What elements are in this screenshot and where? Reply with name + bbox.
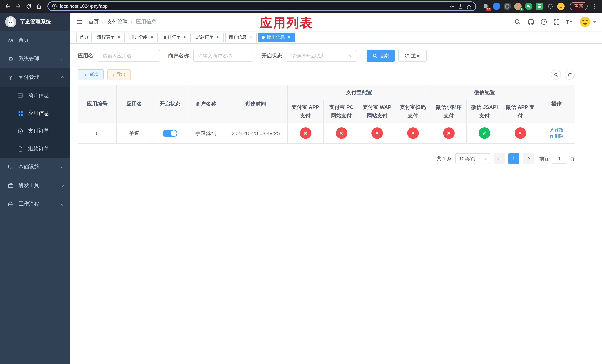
close-icon[interactable] [182, 35, 187, 40]
alipay-qr-status: × [407, 127, 419, 139]
prev-page-button[interactable] [494, 153, 505, 164]
col-app-name: 应用名 [117, 85, 152, 123]
reset-button[interactable]: 重置 [398, 50, 427, 62]
tab-app-info[interactable]: 应用信息 [258, 32, 295, 42]
sidebar-subitem-refund-order[interactable]: 退款订单 [0, 140, 70, 158]
sidebar-subitem-merchant-info[interactable]: 商户信息 [0, 87, 70, 104]
extension-blue-icon[interactable] [493, 3, 500, 10]
browser-update-button[interactable]: 更新 [570, 2, 588, 10]
tab-home[interactable]: 首页 [76, 32, 92, 42]
next-page-button[interactable] [523, 153, 534, 164]
github-icon[interactable] [527, 18, 534, 25]
edit-link[interactable]: 修改 [549, 127, 563, 133]
url-text[interactable]: localhost:1024/pay/app [60, 4, 447, 9]
order-icon: ¥ [17, 128, 24, 134]
password-key-icon[interactable] [450, 3, 455, 9]
close-icon[interactable] [149, 35, 154, 40]
chevron-down-icon [593, 21, 596, 23]
status-select[interactable]: 请选择开启状态 [287, 50, 357, 62]
back-arrow-icon [5, 3, 11, 9]
browser-menu-button[interactable]: ⋮ [591, 3, 599, 10]
search-button[interactable]: 搜索 [366, 50, 395, 62]
goto-page-input[interactable] [552, 154, 567, 164]
update-label: 更新 [574, 3, 583, 10]
browser-forward-button[interactable] [13, 1, 23, 11]
bookmark-star-icon[interactable] [466, 3, 472, 9]
close-icon[interactable] [248, 35, 253, 40]
tab-merchant-info[interactable]: 商户信息 [226, 32, 257, 42]
chevron-down-icon [61, 56, 64, 60]
tab-label: 用户分组 [130, 34, 148, 40]
font-size-icon[interactable]: TT [566, 19, 573, 25]
merchant-name-input[interactable] [193, 50, 253, 62]
app-logo-row[interactable]: 芋道管理系统 [0, 13, 70, 31]
app-name-input[interactable] [98, 50, 160, 62]
sidebar-item-label: 首页 [19, 37, 64, 44]
tab-refund-order[interactable]: 退款订单 [193, 32, 224, 42]
search-icon[interactable] [514, 19, 521, 25]
sidebar-item-workflow[interactable]: 工作流程 [0, 195, 70, 213]
top-navbar: 首页 支付管理 应用信息 应用列表 ? [70, 13, 602, 31]
sidebar-subitem-payment-order[interactable]: ¥ 支付订单 [0, 122, 70, 140]
extensions-menu-icon[interactable] [547, 3, 554, 10]
navbar-actions: ? TT [514, 16, 596, 27]
fullscreen-icon[interactable] [553, 19, 560, 25]
browser-reload-button[interactable] [24, 1, 33, 11]
delete-label: 删除 [555, 133, 563, 139]
payment-submenu: 商户信息 应用信息 ¥ 支付订单 [0, 87, 70, 158]
extension-dark-icon[interactable] [504, 3, 511, 10]
page-1-button[interactable]: 1 [508, 153, 519, 164]
enable-switch[interactable] [162, 129, 177, 137]
browser-back-button[interactable] [3, 1, 13, 11]
briefcase-icon [7, 201, 14, 207]
browser-home-button[interactable] [34, 1, 44, 11]
breadcrumb-item-payment[interactable]: 支付管理 [107, 19, 136, 25]
share-icon[interactable] [458, 4, 463, 9]
refresh-table-button[interactable] [565, 70, 575, 80]
chevron-down-icon [61, 202, 64, 205]
tab-user-group[interactable]: 用户分组 [127, 32, 158, 42]
add-button[interactable]: ＋ 新增 [78, 69, 104, 80]
sidebar-item-payment[interactable]: ¥ 支付管理 [0, 68, 70, 87]
toggle-search-button[interactable] [551, 70, 561, 80]
refresh-icon [404, 53, 409, 58]
close-icon[interactable] [286, 35, 291, 40]
user-menu[interactable] [580, 16, 596, 27]
export-button[interactable]: ↓ 导出 [107, 69, 131, 80]
screen: localhost:1024/pay/app 10 1 [0, 0, 602, 364]
sidebar-item-dev-tools[interactable]: 研发工具 [0, 176, 70, 195]
sidebar-item-infrastructure[interactable]: 基础设施 [0, 158, 70, 176]
breadcrumb-item-home[interactable]: 首页 [88, 19, 107, 25]
group-alipay-config: 支付宝配置 [288, 85, 431, 100]
close-icon[interactable] [116, 35, 121, 40]
help-icon[interactable]: ? [540, 19, 547, 25]
monitor-icon [7, 164, 14, 170]
delete-link[interactable]: 删除 [549, 133, 563, 139]
close-icon[interactable] [215, 35, 220, 40]
extension-profile-icon[interactable]: 1 [514, 3, 522, 10]
wechat-mini-status: × [443, 127, 454, 139]
notes-extension-icon[interactable] [536, 3, 543, 10]
search-button-label: 搜索 [379, 52, 389, 59]
tab-process-form[interactable]: 流程表单 [94, 32, 125, 42]
extension-badge: 10 [486, 8, 491, 11]
chevron-down-icon [61, 165, 64, 168]
cell-status [152, 123, 188, 143]
page-size-select[interactable]: 10条/页 [455, 153, 490, 164]
svg-text:T: T [570, 21, 572, 24]
wechat-extension-icon[interactable] [525, 3, 532, 10]
svg-text:?: ? [543, 20, 545, 24]
col-alipay-app: 支付宝 APP 支付 [288, 100, 323, 123]
alipay-pc-status: × [336, 127, 347, 139]
address-bar[interactable]: localhost:1024/pay/app [47, 1, 476, 11]
site-info-icon[interactable] [52, 4, 57, 9]
sidebar-subitem-app-info[interactable]: 应用信息 [0, 104, 70, 122]
sidebar-item-home[interactable]: 首页 [0, 31, 70, 50]
sidebar-collapse-button[interactable] [76, 19, 83, 25]
sidebar-item-system[interactable]: ⚙ 系统管理 [0, 50, 70, 68]
search-icon [372, 53, 377, 58]
tab-payment-order[interactable]: 支付订单 [160, 32, 191, 42]
browser-profile-avatar[interactable] [557, 3, 565, 10]
extension-puzzle-icon[interactable]: 10 [482, 3, 489, 10]
tags-view: 首页 流程表单 用户分组 支付订单 退款订单 [70, 31, 602, 44]
